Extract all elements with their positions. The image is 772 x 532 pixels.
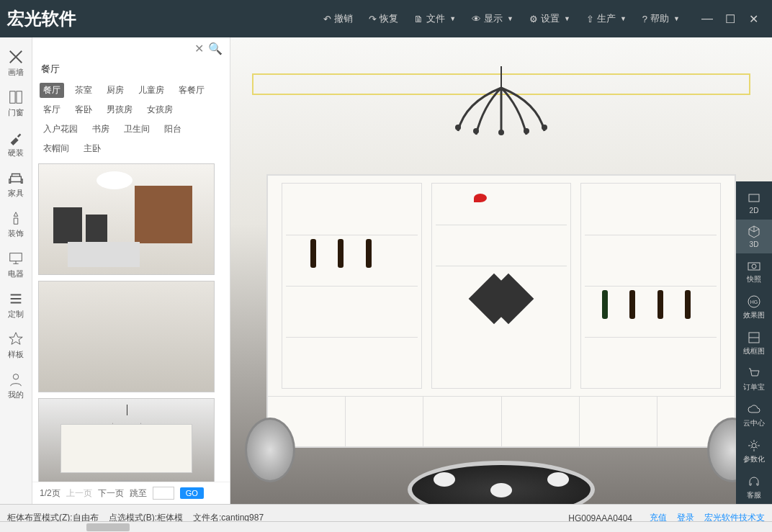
rr-label: 客服 bbox=[747, 490, 761, 500]
filter-tag[interactable]: 阳台 bbox=[161, 122, 185, 137]
rail-appliance[interactable]: 电器 bbox=[0, 245, 32, 285]
rail-mine[interactable]: 我的 bbox=[0, 366, 32, 406]
person-icon bbox=[8, 371, 24, 387]
support-button[interactable]: 客服 bbox=[736, 469, 772, 504]
filter-tag[interactable]: 客厅 bbox=[40, 102, 64, 117]
wireframe-button[interactable]: 线框图 bbox=[736, 325, 772, 361]
template-thumbnail[interactable] bbox=[38, 281, 215, 392]
filter-tag[interactable]: 书房 bbox=[89, 122, 113, 137]
rail-label: 我的 bbox=[8, 389, 24, 400]
rr-label: 快照 bbox=[747, 274, 761, 284]
file-label: 文件 bbox=[426, 12, 445, 25]
next-page-button[interactable]: 下一页 bbox=[98, 487, 124, 500]
scene-cabinet bbox=[266, 174, 736, 448]
rail-decor[interactable]: 装饰 bbox=[0, 204, 32, 245]
settings-label: 设置 bbox=[541, 12, 560, 25]
undo-icon: ↶ bbox=[323, 14, 331, 24]
close-panel-icon[interactable]: ✕ bbox=[194, 42, 204, 55]
filter-tag[interactable]: 衣帽间 bbox=[40, 141, 73, 156]
filter-tag[interactable]: 主卧 bbox=[80, 141, 104, 156]
rail-custom[interactable]: 定制 bbox=[0, 285, 32, 325]
scene-table bbox=[408, 461, 595, 504]
produce-label: 生产 bbox=[597, 12, 616, 25]
rr-label: 3D bbox=[750, 240, 759, 248]
produce-menu[interactable]: ⇧ 生产 ▼ bbox=[579, 8, 634, 30]
rail-doorwindow[interactable]: 门窗 bbox=[0, 84, 32, 124]
window-controls: — ☐ ✕ bbox=[696, 9, 765, 29]
search-icon[interactable]: 🔍 bbox=[208, 42, 223, 55]
filter-tag[interactable]: 客餐厅 bbox=[175, 83, 208, 98]
render-button[interactable]: HG 效果图 bbox=[736, 289, 772, 325]
param-button[interactable]: 参数化 bbox=[736, 433, 772, 469]
help-label: 帮助 bbox=[650, 12, 669, 25]
help-menu[interactable]: ? 帮助 ▼ bbox=[635, 8, 687, 30]
order-button[interactable]: 订单宝 bbox=[736, 361, 772, 397]
close-button[interactable]: ✕ bbox=[742, 9, 765, 29]
filter-tag[interactable]: 厨房 bbox=[103, 83, 127, 98]
decor-icon bbox=[8, 210, 24, 226]
filter-tag[interactable]: 卫生间 bbox=[120, 122, 153, 137]
titlebar: 宏光软件 ↶ 撤销 ↷ 恢复 🗎 文件 ▼ 👁 显示 ▼ ⚙ 设置 ▼ ⇧ 生产… bbox=[0, 0, 772, 37]
file-icon: 🗎 bbox=[414, 14, 423, 24]
help-icon: ? bbox=[642, 14, 647, 24]
rail-label: 装饰 bbox=[8, 228, 24, 239]
left-rail: 画墙 门窗 硬装 家具 装饰 电器 定制 样板 bbox=[0, 37, 32, 504]
undo-button[interactable]: ↶ 撤销 bbox=[316, 8, 360, 30]
filter-tag[interactable]: 客卧 bbox=[71, 102, 96, 117]
rail-harddecor[interactable]: 硬装 bbox=[0, 124, 32, 164]
filter-tag[interactable]: 女孩房 bbox=[143, 102, 176, 117]
svg-point-7 bbox=[498, 130, 504, 135]
jump-input[interactable] bbox=[153, 487, 174, 500]
rail-template[interactable]: 样板 bbox=[0, 325, 32, 366]
scene-chair bbox=[245, 418, 295, 482]
rr-label: 云中心 bbox=[743, 418, 765, 428]
main-area: 画墙 门窗 硬装 家具 装饰 电器 定制 样板 bbox=[0, 37, 772, 504]
filter-tag[interactable]: 餐厅 bbox=[40, 83, 64, 98]
prev-page-button[interactable]: 上一页 bbox=[66, 487, 92, 500]
furniture-icon bbox=[8, 170, 24, 186]
minimize-button[interactable]: — bbox=[696, 9, 719, 29]
redo-button[interactable]: ↷ 恢复 bbox=[362, 8, 405, 30]
scrollbar-thumb[interactable] bbox=[86, 523, 130, 531]
rail-label: 电器 bbox=[8, 269, 24, 279]
camera-icon bbox=[747, 258, 761, 273]
cloud-icon bbox=[747, 402, 761, 417]
view-2d-button[interactable]: 2D bbox=[736, 186, 772, 220]
hg-icon: HG bbox=[747, 294, 761, 309]
cart-icon bbox=[747, 366, 761, 381]
rail-furniture[interactable]: 家具 bbox=[0, 164, 32, 204]
rail-wall[interactable]: 画墙 bbox=[0, 43, 32, 84]
viewport-3d[interactable]: 2D 3D 快照 HG 效果图 线框图 订单宝 bbox=[230, 37, 772, 504]
scene-wine-rack bbox=[490, 274, 513, 310]
svg-point-9 bbox=[542, 125, 547, 130]
horizontal-scrollbar[interactable] bbox=[0, 521, 772, 532]
go-button[interactable]: GO bbox=[180, 487, 204, 499]
breadcrumb[interactable]: 餐厅 bbox=[32, 60, 230, 78]
settings-menu[interactable]: ⚙ 设置 ▼ bbox=[522, 8, 578, 30]
maximize-button[interactable]: ☐ bbox=[719, 9, 742, 29]
filter-tag[interactable]: 入户花园 bbox=[40, 122, 81, 137]
view-3d-button[interactable]: 3D bbox=[736, 220, 772, 253]
file-menu[interactable]: 🗎 文件 ▼ bbox=[407, 8, 463, 30]
snapshot-button[interactable]: 快照 bbox=[736, 253, 772, 289]
panel-head: ✕ 🔍 bbox=[32, 37, 230, 60]
rr-label: 订单宝 bbox=[743, 382, 765, 392]
app-title: 宏光软件 bbox=[7, 7, 76, 30]
display-menu[interactable]: 👁 显示 ▼ bbox=[464, 8, 521, 30]
template-thumbnail[interactable] bbox=[38, 398, 215, 482]
template-thumbnail[interactable] bbox=[38, 163, 215, 275]
right-rail: 2D 3D 快照 HG 效果图 线框图 订单宝 bbox=[736, 181, 772, 504]
filter-tag[interactable]: 茶室 bbox=[71, 83, 96, 98]
filter-tag[interactable]: 男孩房 bbox=[103, 102, 136, 117]
door-icon bbox=[8, 89, 24, 105]
redo-label: 恢复 bbox=[380, 12, 398, 25]
chevron-down-icon: ▼ bbox=[564, 15, 570, 22]
filter-tag[interactable]: 儿童房 bbox=[135, 83, 168, 98]
cloud-button[interactable]: 云中心 bbox=[736, 397, 772, 433]
svg-rect-0 bbox=[10, 91, 15, 104]
svg-point-5 bbox=[455, 125, 461, 130]
rail-label: 硬装 bbox=[8, 148, 24, 158]
rail-label: 门窗 bbox=[8, 107, 24, 118]
wireframe-icon bbox=[747, 330, 761, 345]
rail-label: 家具 bbox=[8, 188, 24, 199]
